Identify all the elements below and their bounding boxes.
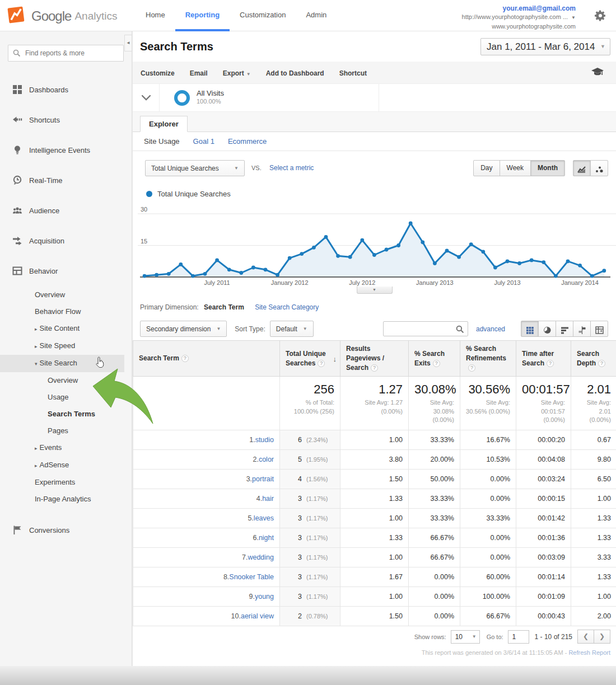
header-results-pageviews[interactable]: Results Pageviews / Search? <box>340 341 409 377</box>
gear-icon[interactable] <box>594 9 607 22</box>
motion-chart-button[interactable] <box>590 160 608 176</box>
help-icon[interactable]: ? <box>468 364 475 372</box>
advanced-filter-link[interactable]: advanced <box>476 325 505 333</box>
nav-home[interactable]: Home <box>136 0 175 31</box>
search-input[interactable] <box>25 46 115 60</box>
search-term-link[interactable]: young <box>255 593 274 600</box>
customize-button[interactable]: Customize <box>141 69 175 77</box>
help-icon[interactable]: ? <box>598 360 605 367</box>
primary-dimension-site-search-category[interactable]: Site Search Category <box>255 303 319 311</box>
select-metric-link[interactable]: Select a metric <box>269 164 314 172</box>
account-email[interactable]: your.email@gmail.com <box>462 4 576 12</box>
sidebar-item-audience[interactable]: Audience <box>0 196 132 226</box>
day-button[interactable]: Day <box>473 160 500 176</box>
sidebar-item-behavior-flow[interactable]: Behavior Flow <box>0 303 132 320</box>
search-term-link[interactable]: aerial view <box>241 612 274 620</box>
summary-value: 2.01 <box>577 382 611 396</box>
month-button[interactable]: Month <box>530 160 565 176</box>
sidebar-item-acquisition[interactable]: Acquisition <box>0 226 132 256</box>
sidebar-item-shortcuts[interactable]: Shortcuts <box>0 105 132 135</box>
sidebar-item-pages[interactable]: Pages <box>0 423 132 439</box>
help-icon[interactable]: ? <box>433 360 440 367</box>
sidebar-item-dashboards[interactable]: Dashboards <box>0 75 132 105</box>
next-page-button[interactable]: ❯ <box>594 630 610 644</box>
metric-dropdown[interactable]: Total Unique Searches ▼ <box>145 160 245 176</box>
help-icon[interactable]: ? <box>371 364 378 372</box>
sidebar-item-intelligence-events[interactable]: Intelligence Events <box>0 135 132 166</box>
search-term-link[interactable]: Snooker Table <box>229 573 274 581</box>
sidebar-item-site-search[interactable]: ▾Site Search <box>0 355 124 372</box>
add-to-dashboard-button[interactable]: Add to Dashboard <box>266 69 324 77</box>
search-term-link[interactable]: color <box>259 456 274 463</box>
goto-page-input[interactable] <box>508 630 529 644</box>
tab-explorer[interactable]: Explorer <box>140 116 188 132</box>
week-button[interactable]: Week <box>500 160 531 176</box>
search-term-link[interactable]: hair <box>262 495 274 503</box>
chart-collapse-handle[interactable]: ▼ <box>357 287 393 294</box>
shortcut-button[interactable]: Shortcut <box>339 69 367 77</box>
nav-reporting[interactable]: Reporting <box>175 0 230 31</box>
sidebar-item-overview[interactable]: Overview <box>0 287 132 303</box>
header-search-term[interactable]: Search Term? <box>133 341 280 377</box>
search-term-link[interactable]: portrait <box>252 475 274 483</box>
percentage-view-button[interactable] <box>538 321 556 337</box>
comparison-view-button[interactable] <box>573 321 591 337</box>
sidebar-item-real-time[interactable]: Real-Time <box>0 166 132 196</box>
search-term-link[interactable]: night <box>259 534 274 542</box>
sidebar-item-search-terms[interactable]: Search Terms <box>0 406 132 423</box>
date-range-selector[interactable]: Jan 1, 2011 - Mar 6, 2014 ▼ <box>480 38 610 55</box>
graduation-cap-icon[interactable] <box>591 68 604 79</box>
sidebar-item-site-speed[interactable]: ▸Site Speed <box>0 337 132 355</box>
sidebar-collapse-button[interactable]: ◄ <box>124 35 132 51</box>
sidebar-item-conversions[interactable]: Conversions <box>0 515 132 546</box>
sidebar-item-overview[interactable]: Overview <box>0 372 132 389</box>
sidebar-item-label: Dashboards <box>29 86 68 94</box>
help-icon[interactable]: ? <box>547 360 554 367</box>
primary-dimension-search-term[interactable]: Search Term <box>204 303 244 311</box>
nav-customization[interactable]: Customization <box>230 0 296 31</box>
subtab-site-usage[interactable]: Site Usage <box>144 137 180 146</box>
secondary-dimension-dropdown[interactable]: Secondary dimension ▼ <box>140 321 227 337</box>
data-view-button[interactable] <box>521 321 539 337</box>
segment-expand-button[interactable] <box>133 84 160 111</box>
account-info[interactable]: your.email@gmail.com http://www.yourphot… <box>462 4 576 30</box>
sidebar-item-usage[interactable]: Usage <box>0 389 132 406</box>
header-search-exits[interactable]: % Search Exits? <box>409 341 460 377</box>
segment-all-visits[interactable]: All Visits 100.00% <box>160 84 379 111</box>
sidebar-item-in-page-analytics[interactable]: In-Page Analytics <box>0 491 132 508</box>
performance-view-button[interactable] <box>556 321 573 337</box>
search-term-link[interactable]: studio <box>255 436 274 444</box>
sidebar-item-adsense[interactable]: ▸AdSense <box>0 457 132 474</box>
line-chart-button[interactable] <box>573 160 591 176</box>
unique-searches-value: 6 <box>298 436 302 444</box>
previous-page-button[interactable]: ❮ <box>577 630 594 644</box>
header-search-refinements[interactable]: % Search Refinements? <box>460 341 516 377</box>
sidebar-item-site-content[interactable]: ▸Site Content <box>0 320 132 337</box>
email-button[interactable]: Email <box>190 69 208 77</box>
search-term-link[interactable]: wedding <box>248 553 274 561</box>
sidebar-item-behavior[interactable]: Behavior <box>0 256 132 287</box>
search-term-link[interactable]: leaves <box>254 514 274 522</box>
table-search-box[interactable] <box>383 321 468 336</box>
search-icon[interactable] <box>456 325 464 336</box>
table-search-input[interactable] <box>386 322 452 335</box>
sort-type-dropdown[interactable]: Default ▼ <box>270 321 314 337</box>
header-search-depth[interactable]: Search Depth? <box>571 341 616 377</box>
page-bottom-gradient <box>0 666 616 685</box>
help-icon[interactable]: ? <box>318 360 325 367</box>
report-search-box[interactable] <box>8 45 124 62</box>
help-icon[interactable]: ? <box>181 355 189 362</box>
refresh-report-link[interactable]: Refresh Report <box>568 649 610 656</box>
google-analytics-logo[interactable]: Google Analytics <box>7 6 117 27</box>
show-rows-select[interactable]: 10 ▼ <box>451 630 480 644</box>
sidebar-item-events[interactable]: ▸Events <box>0 439 132 457</box>
subtab-goal-1[interactable]: Goal 1 <box>193 137 214 146</box>
header-total-unique-searches[interactable]: Total Unique Searches?↓ <box>280 341 340 377</box>
subtab-ecommerce[interactable]: Ecommerce <box>228 137 267 146</box>
sidebar-item-experiments[interactable]: Experiments <box>0 474 132 491</box>
time-after-search-cell: 00:00:43 <box>516 607 571 626</box>
pivot-view-button[interactable] <box>590 321 608 337</box>
nav-admin[interactable]: Admin <box>296 0 337 31</box>
header-time-after-search[interactable]: Time after Search? <box>516 341 571 377</box>
export-button[interactable]: Export▼ <box>223 69 251 77</box>
